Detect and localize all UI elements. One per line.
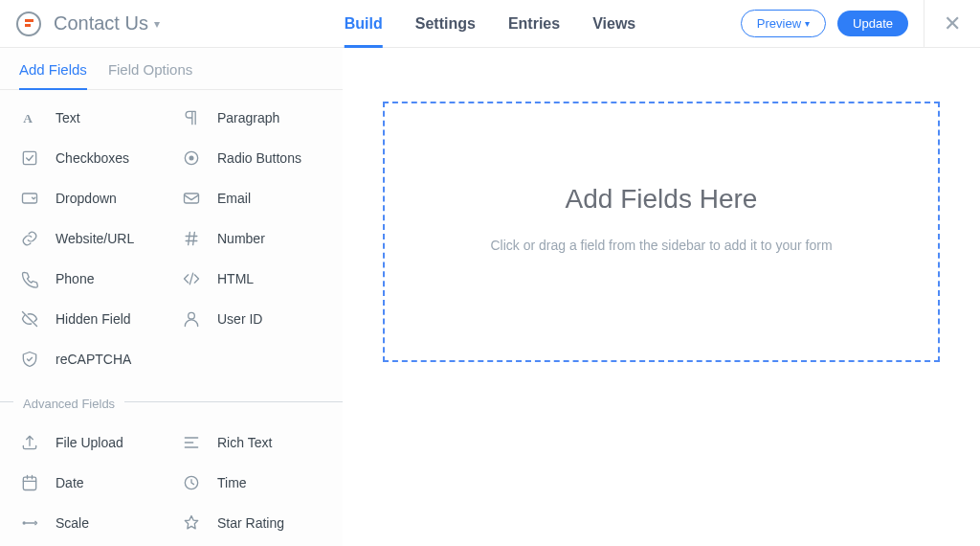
close-icon: ✕ bbox=[932, 11, 961, 36]
shield-icon bbox=[19, 349, 40, 370]
richtext-icon bbox=[181, 432, 202, 453]
field-label: Email bbox=[217, 191, 251, 206]
basic-fields-grid: ATextParagraphCheckboxesRadio ButtonsDro… bbox=[0, 90, 343, 387]
svg-rect-4 bbox=[23, 151, 35, 164]
field-item-radio-buttons[interactable]: Radio Buttons bbox=[171, 138, 333, 178]
field-item-file-upload[interactable]: File Upload bbox=[10, 422, 171, 463]
paragraph-icon bbox=[181, 107, 202, 128]
tab-views[interactable]: Views bbox=[592, 0, 635, 47]
hash-icon bbox=[181, 228, 202, 249]
advanced-fields-grid: File UploadRich TextDateTimeScaleStar Ra… bbox=[0, 415, 343, 546]
field-label: HTML bbox=[217, 271, 254, 286]
field-label: Phone bbox=[56, 271, 94, 286]
chevron-down-icon: ▾ bbox=[154, 17, 160, 31]
field-label: Text bbox=[56, 110, 80, 125]
field-label: Time bbox=[217, 475, 247, 490]
app-logo bbox=[15, 11, 42, 37]
field-item-number[interactable]: Number bbox=[171, 218, 333, 259]
chevron-down-icon: ▾ bbox=[805, 18, 810, 29]
hidden-icon bbox=[19, 308, 40, 330]
sidebar: Add Fields Field Options ATextParagraphC… bbox=[0, 48, 343, 546]
field-item-date[interactable]: Date bbox=[10, 463, 171, 503]
field-item-dropdown[interactable]: Dropdown bbox=[10, 178, 171, 218]
field-label: Date bbox=[56, 475, 84, 490]
link-icon bbox=[19, 228, 40, 249]
svg-point-6 bbox=[189, 156, 194, 161]
phone-icon bbox=[19, 268, 40, 289]
field-label: Paragraph bbox=[217, 110, 279, 125]
checkbox-icon bbox=[19, 148, 40, 169]
date-icon bbox=[19, 472, 40, 493]
sidebar-tab-field-options[interactable]: Field Options bbox=[108, 61, 192, 89]
main-tabs: Build Settings Entries Views bbox=[345, 0, 635, 47]
field-label: Dropdown bbox=[56, 191, 117, 206]
svg-rect-1 bbox=[25, 19, 33, 22]
field-item-user-id[interactable]: User ID bbox=[171, 299, 333, 339]
sidebar-tab-add-fields[interactable]: Add Fields bbox=[19, 61, 87, 89]
body: Add Fields Field Options ATextParagraphC… bbox=[0, 48, 980, 546]
field-label: User ID bbox=[217, 311, 262, 327]
radio-icon bbox=[181, 148, 202, 169]
dropzone-title: Add Fields Here bbox=[566, 184, 758, 215]
field-item-html[interactable]: HTML bbox=[171, 259, 333, 299]
form-canvas: Add Fields Here Click or drag a field fr… bbox=[343, 48, 980, 546]
field-item-phone[interactable]: Phone bbox=[10, 259, 171, 299]
close-button[interactable]: ✕ bbox=[924, 0, 965, 48]
field-item-scale[interactable]: Scale bbox=[10, 503, 171, 543]
code-icon bbox=[181, 268, 202, 289]
svg-rect-10 bbox=[23, 477, 35, 489]
preview-button[interactable]: Preview ▾ bbox=[741, 10, 826, 37]
star-icon bbox=[181, 512, 202, 534]
field-item-rich-text[interactable]: Rich Text bbox=[171, 422, 333, 463]
update-button[interactable]: Update bbox=[837, 11, 908, 36]
field-label: File Upload bbox=[56, 435, 123, 450]
tab-entries[interactable]: Entries bbox=[508, 0, 560, 47]
tab-build[interactable]: Build bbox=[345, 0, 383, 47]
form-dropzone[interactable]: Add Fields Here Click or drag a field fr… bbox=[383, 102, 940, 362]
svg-rect-8 bbox=[185, 193, 199, 203]
fields-panel: ATextParagraphCheckboxesRadio ButtonsDro… bbox=[0, 90, 343, 546]
field-label: Checkboxes bbox=[56, 150, 129, 166]
svg-point-9 bbox=[189, 312, 195, 319]
field-item-paragraph[interactable]: Paragraph bbox=[171, 98, 333, 138]
field-item-recaptcha[interactable]: reCAPTCHA bbox=[10, 339, 171, 379]
advanced-fields-header: Advanced Fields bbox=[0, 387, 343, 415]
field-label: reCAPTCHA bbox=[56, 352, 131, 367]
text-icon: A bbox=[19, 107, 40, 128]
scale-icon bbox=[19, 512, 40, 534]
field-label: Hidden Field bbox=[56, 311, 131, 327]
form-title-dropdown[interactable]: Contact Us ▾ bbox=[54, 12, 160, 34]
field-label: Scale bbox=[56, 515, 89, 531]
field-item-website-url[interactable]: Website/URL bbox=[10, 218, 171, 259]
dropdown-icon bbox=[19, 188, 40, 209]
tab-settings[interactable]: Settings bbox=[415, 0, 476, 47]
field-item-hidden-field[interactable]: Hidden Field bbox=[10, 299, 171, 339]
field-item-star-rating[interactable]: Star Rating bbox=[171, 503, 333, 543]
update-label: Update bbox=[853, 16, 893, 31]
user-icon bbox=[181, 308, 202, 330]
field-label: Website/URL bbox=[56, 231, 134, 246]
dropzone-subtitle: Click or drag a field from the sidebar t… bbox=[490, 238, 832, 253]
field-item-email[interactable]: Email bbox=[171, 178, 333, 218]
header-actions: Preview ▾ Update ✕ bbox=[741, 0, 965, 48]
sidebar-tabs: Add Fields Field Options bbox=[0, 48, 343, 90]
field-item-time[interactable]: Time bbox=[171, 463, 333, 503]
upload-icon bbox=[19, 432, 40, 453]
field-label: Rich Text bbox=[217, 435, 272, 450]
field-item-checkboxes[interactable]: Checkboxes bbox=[10, 138, 171, 178]
preview-label: Preview bbox=[757, 16, 801, 31]
field-label: Star Rating bbox=[217, 515, 284, 531]
svg-rect-2 bbox=[25, 24, 31, 27]
time-icon bbox=[181, 472, 202, 493]
field-label: Radio Buttons bbox=[217, 150, 301, 166]
email-icon bbox=[181, 188, 202, 209]
field-label: Number bbox=[217, 231, 265, 246]
form-title-text: Contact Us bbox=[54, 12, 148, 34]
app-header: Contact Us ▾ Build Settings Entries View… bbox=[0, 0, 980, 48]
svg-text:A: A bbox=[23, 111, 33, 125]
field-item-text[interactable]: AText bbox=[10, 98, 171, 138]
